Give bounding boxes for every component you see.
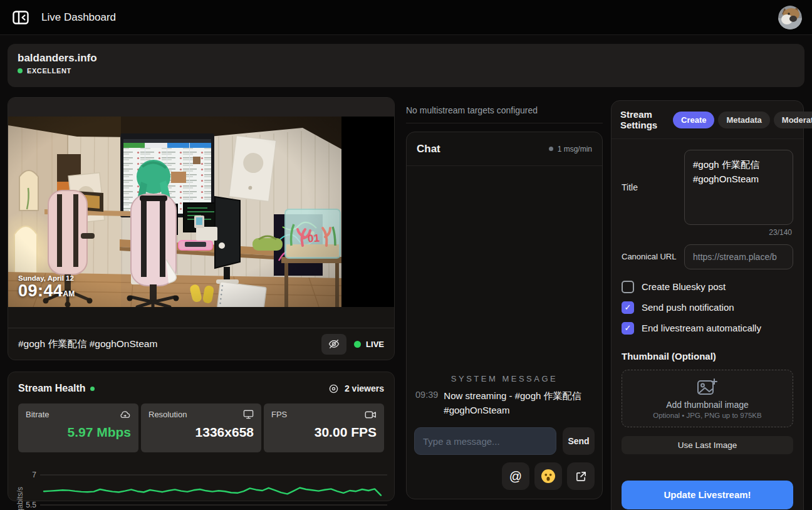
mention-icon: @ [509, 469, 522, 484]
video-camera-icon [365, 410, 377, 419]
canonical-url-label: Canonical URL [622, 252, 677, 261]
chat-header: Chat 1 msg/min [407, 132, 602, 166]
tab-moderation[interactable]: Moderation [774, 112, 812, 128]
message-text: Now streaming - #gogh 作業配信 #goghOnSteam [444, 389, 593, 417]
emoji-surprised-icon [541, 469, 556, 484]
bluesky-post-checkbox[interactable] [622, 281, 634, 293]
metric-card-bitrate: Bitrate 5.97 Mbps [18, 403, 138, 452]
push-notification-checkbox[interactable]: ✓ [622, 301, 634, 314]
video-panel: 01 Sunday, April 12 09:44AM #gogh 作業配信 #… [8, 97, 395, 360]
bitrate-value: 5.97 Mbps [26, 425, 131, 440]
overlay-ampm: AM [63, 289, 75, 298]
tab-metadata[interactable]: Metadata [718, 112, 769, 128]
thumbnail-hint: Optional • JPG, PNG up to 975KB [653, 412, 761, 419]
settings-title: Stream Settings [620, 109, 667, 131]
chat-rate: 1 msg/min [549, 145, 592, 154]
stream-info-bar: baldanders.info EXCELLENT [8, 44, 804, 87]
title-textarea[interactable]: #gogh 作業配信 #goghOnSteam [684, 150, 793, 225]
update-livestream-button[interactable]: Update Livestream! [622, 481, 793, 509]
panel-collapse-icon [11, 8, 30, 27]
status-dot [18, 68, 23, 73]
message-timestamp: 09:39 [415, 389, 438, 417]
thumbnail-cta: Add thumbnail image [666, 400, 749, 410]
checkbox-row-bluesky-post[interactable]: Create Bluesky post [622, 281, 793, 293]
clock-overlay: Sunday, April 12 09:44AM [18, 274, 75, 299]
use-last-image-button[interactable]: Use Last Image [622, 436, 793, 454]
sidebar-toggle-button[interactable] [10, 7, 31, 28]
settings-header: Stream Settings Create Metadata Moderati… [612, 101, 803, 139]
status-badge: EXCELLENT [27, 67, 71, 75]
resolution-value: 1336x658 [148, 425, 254, 440]
canonical-url-input[interactable] [684, 244, 793, 269]
end-livestream-label: End livestream automatically [642, 323, 761, 333]
chat-rate-label: 1 msg/min [558, 145, 592, 154]
end-livestream-checkbox[interactable]: ✓ [622, 322, 634, 335]
metric-card-fps: FPS 30.00 FPS [264, 403, 384, 452]
thumbnail-heading: Thumbnail (Optional) [622, 351, 793, 362]
thumbnail-dropzone[interactable]: Add thumbnail image Optional • JPG, PNG … [622, 370, 793, 427]
tab-create[interactable]: Create [673, 112, 714, 128]
video-footer: #gogh 作業配信 #goghOnSteam LIVE [8, 307, 394, 360]
ytick-5-5: 5.5 [26, 501, 36, 509]
fps-value: 30.00 FPS [271, 425, 377, 440]
health-status-dot [90, 387, 95, 391]
emoji-button[interactable] [534, 462, 562, 490]
chat-message: 09:39 Now streaming - #gogh 作業配信 #goghOn… [415, 389, 593, 417]
title-field-label: Title [622, 182, 677, 192]
live-indicator: LIVE [354, 340, 384, 349]
overlay-time: 09:44 [18, 281, 63, 300]
live-dot [354, 341, 361, 348]
system-message-label: SYSTEM MESSAGE [415, 374, 593, 383]
image-plus-icon [697, 378, 718, 395]
checkbox-row-push-notification[interactable]: ✓ Send push notification [622, 301, 793, 314]
stream-domain: baldanders.info [18, 52, 794, 65]
hide-preview-button[interactable] [321, 334, 346, 355]
eye-off-icon [328, 338, 340, 350]
stream-health-panel: Stream Health 2 viewers Bitrate 5.97 Mbp… [8, 372, 395, 501]
chat-rate-dot [549, 147, 553, 151]
corgi-avatar-image [778, 6, 802, 29]
monitor-icon [243, 410, 254, 419]
char-count: 23/140 [623, 228, 792, 237]
checkbox-row-end-livestream[interactable]: ✓ End livestream automatically [622, 322, 793, 335]
external-link-icon [575, 471, 587, 482]
divider [406, 123, 603, 123]
resolution-label: Resolution [148, 410, 187, 419]
viewers-eye-icon [328, 383, 339, 394]
mention-button[interactable]: @ [502, 462, 529, 490]
popout-chat-button[interactable] [567, 462, 595, 490]
push-notification-label: Send push notification [642, 302, 734, 313]
metric-card-resolution: Resolution 1336x658 [141, 403, 261, 452]
bluesky-post-label: Create Bluesky post [642, 281, 726, 292]
stream-settings-panel: Stream Settings Create Metadata Moderati… [611, 100, 804, 510]
chat-message-list[interactable]: SYSTEM MESSAGE 09:39 Now streaming - #go… [407, 166, 602, 422]
video-panel-header [8, 98, 394, 117]
top-bar: Live Dashboard [0, 0, 812, 35]
video-preview: 01 Sunday, April 12 09:44AM [8, 117, 394, 307]
bitrate-label: Bitrate [26, 410, 49, 419]
avatar[interactable] [778, 6, 802, 29]
send-button[interactable]: Send [563, 427, 595, 455]
cloud-icon [119, 410, 131, 419]
chat-title: Chat [417, 143, 440, 155]
page-title: Live Dashboard [41, 11, 116, 24]
viewer-count: 2 viewers [328, 383, 384, 394]
stream-title: #gogh 作業配信 #goghOnSteam [18, 338, 314, 351]
settings-tabs: Create Metadata Moderation [673, 112, 812, 128]
stream-health-title: Stream Health [18, 383, 86, 394]
viewer-count-label: 2 viewers [345, 383, 384, 393]
fps-label: FPS [271, 410, 287, 419]
chat-message-input[interactable] [414, 427, 556, 455]
live-label: LIVE [366, 340, 384, 349]
chat-panel: Chat 1 msg/min SYSTEM MESSAGE 09:39 Now … [406, 132, 603, 499]
multistream-empty-text: No multistream targets configured [406, 105, 603, 115]
